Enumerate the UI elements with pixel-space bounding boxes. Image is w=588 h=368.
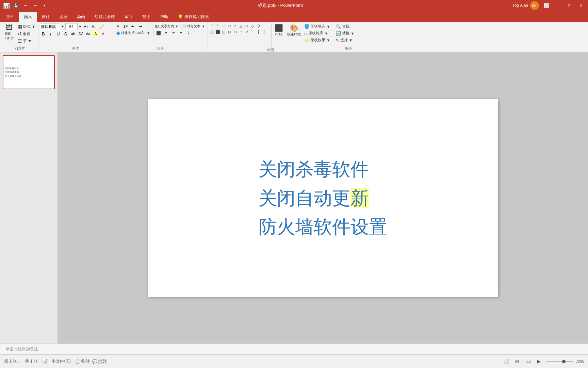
slideshow-btn[interactable]: ▶ [535,357,543,366]
normal-view-btn[interactable]: ⬜ [502,357,510,366]
font-name-input[interactable] [40,23,60,30]
shape-fill-btn[interactable]: 🪣 形状填充 ▼ [303,23,331,30]
tab-transitions[interactable]: 切换 [54,12,72,22]
tab-file[interactable]: 文件 [1,12,19,22]
close-btn[interactable]: ✕ [577,1,585,10]
shape-circle[interactable]: ○ [232,23,238,29]
align-left-btn[interactable]: ⬛ [155,30,162,36]
tab-search[interactable]: 💡 操作说明搜索 [173,12,214,22]
numbered-list-btn[interactable]: 1≡ [122,23,129,29]
shape-rect3[interactable]: ⬜ [209,29,215,34]
section-btn[interactable]: ☰ 节 ▼ [16,37,37,44]
tab-review[interactable]: 审阅 [120,12,137,22]
arrange-btn[interactable]: ⬛ 排列 [272,23,285,37]
font-size-arrow[interactable]: ▼ [79,25,82,28]
line-spacing-btn[interactable]: ↕ [145,23,151,29]
column-btn[interactable]: ⌇ [185,30,192,36]
font-name-arrow[interactable]: ▼ [61,25,64,28]
highlight-btn[interactable]: A [92,31,99,37]
indent-less-btn[interactable]: ⇤ [130,23,136,29]
indent-more-btn[interactable]: ⇥ [137,23,144,29]
shape-rounded[interactable]: ▢ [221,29,226,34]
notes-btn[interactable]: 📋 备注 [75,358,90,365]
bold-btn[interactable]: B [40,31,47,37]
align-right-btn[interactable]: ≡ [170,30,177,36]
select-btn[interactable]: ↖ 选择 ▼ [334,37,356,43]
shape-hex[interactable]: ⬡ [256,23,261,29]
slide-line2[interactable]: 关闭自动更新 [259,187,387,209]
tab-animations[interactable]: 动画 [72,12,90,22]
canvas-area[interactable]: 关闭杀毒软件 关闭自动更新 防火墙软件设置 [58,52,588,343]
align-text-btn[interactable]: ⬜ 对齐文本 ▼ [180,23,206,29]
shape-outline-btn[interactable]: ▱ 形状轮廓 ▼ [303,30,331,36]
reading-view-btn[interactable]: 📖 [524,357,532,366]
shape-effects-btn[interactable]: ✨ 形状效果 ▼ [303,37,331,43]
display-settings-btn[interactable]: ⬜ [542,1,551,10]
shape-rect4[interactable]: ⬛ [215,29,220,34]
shape-more[interactable]: … [261,23,267,29]
new-slide-btn[interactable]: 🖼 新建幻灯片 [3,23,16,41]
font-size-down-btn[interactable]: A↓ [91,24,97,30]
justify-btn[interactable]: ≡ [178,30,184,36]
clear-format-btn[interactable]: 🧹 [98,24,105,30]
shape-brace2[interactable]: } [261,29,267,34]
customize-quick-access[interactable]: ▼ [41,2,48,9]
shape-curve1[interactable]: ⌒ [250,29,255,34]
shape-rect1[interactable]: □ [221,23,226,29]
slide-line3[interactable]: 防火墙软件设置 [259,216,387,238]
quick-styles-btn[interactable]: 🎨 快速样式 [286,23,302,37]
bullet-list-btn[interactable]: ≡ [115,23,121,29]
shape-arrow1[interactable]: ↑ [238,29,244,34]
align-center-btn[interactable]: ≡ [163,30,169,36]
notes-bar[interactable]: 单击此处添加备注 [0,343,588,354]
shadow-btn[interactable]: ab [70,31,77,37]
shape-para[interactable]: ▱ [244,23,249,29]
tab-help[interactable]: 帮助 [155,12,173,22]
reset-btn[interactable]: ↺ 重置 [16,30,37,37]
shape-arrow2[interactable]: ↗ [244,29,249,34]
shape-diamond[interactable]: ◇ [250,23,255,29]
tab-slideshow[interactable]: 幻灯片放映 [90,12,120,22]
slide-canvas[interactable]: 关闭杀毒软件 关闭自动更新 防火墙软件设置 [148,99,498,297]
redo-btn[interactable]: ↪ [31,2,39,9]
tab-design[interactable]: 设计 [37,12,54,22]
shape-cut[interactable]: ◻ [227,29,232,34]
shape-brace[interactable]: { [256,29,261,34]
shape-rect2[interactable]: ▭ [227,23,232,29]
underline-btn[interactable]: U [55,31,62,37]
font-size-up-btn[interactable]: A↑ [83,24,89,30]
zoom-slider[interactable] [546,361,573,362]
notes-placeholder[interactable]: 单击此处添加备注 [5,346,38,352]
find-btn[interactable]: 🔍 查找 [334,23,356,30]
slide-thumbnail-1[interactable]: 关闭杀毒软件 关闭自动更新 防火墙软件设置 [3,55,55,89]
shape-tri1[interactable]: △ [238,23,244,29]
font-spacing-btn[interactable]: AV [77,31,84,37]
spell-check-btn[interactable]: 📝 [42,359,48,364]
replace-btn[interactable]: 🔄 替换 ▼ [334,30,356,36]
shape-line2[interactable]: \ [215,23,220,29]
user-avatar[interactable]: AT [530,1,539,10]
comments-btn[interactable]: 💬 批注 [92,358,108,365]
save-btn[interactable]: 💾 [12,2,20,9]
undo-btn[interactable]: ↩ [22,2,29,9]
tab-insert[interactable]: 插入 [19,12,37,22]
font-case-btn[interactable]: Aa [85,31,92,37]
layout-btn[interactable]: ▦ 版式 ▼ [16,23,37,30]
maximize-btn[interactable]: □ [566,1,574,10]
ppt-logo[interactable]: 📊 [3,2,10,9]
text-direction-btn[interactable]: ⇅A 文字方向 ▼ [153,23,180,29]
slide-line1[interactable]: 关闭杀毒软件 [259,158,387,180]
tab-view[interactable]: 视图 [137,12,155,22]
slide-sorter-btn[interactable]: ⊞ [513,357,521,366]
strikethrough-btn[interactable]: S [62,31,69,37]
user-profile[interactable]: Top Alan AT [512,1,539,10]
shape-line1[interactable]: / [209,23,215,29]
slide-content-box[interactable]: 关闭杀毒软件 关闭自动更新 防火墙软件设置 [245,144,401,251]
zoom-thumb[interactable] [562,360,566,363]
font-color-btn[interactable]: A [100,31,107,37]
italic-btn[interactable]: I [47,31,54,37]
font-size-input[interactable] [65,23,78,30]
shape-flow[interactable]: ⬭ [232,29,238,34]
minimize-btn[interactable]: — [554,1,562,10]
convert-smartart-btn[interactable]: 🔷 转换为 SmartArt ▼ [115,30,151,36]
